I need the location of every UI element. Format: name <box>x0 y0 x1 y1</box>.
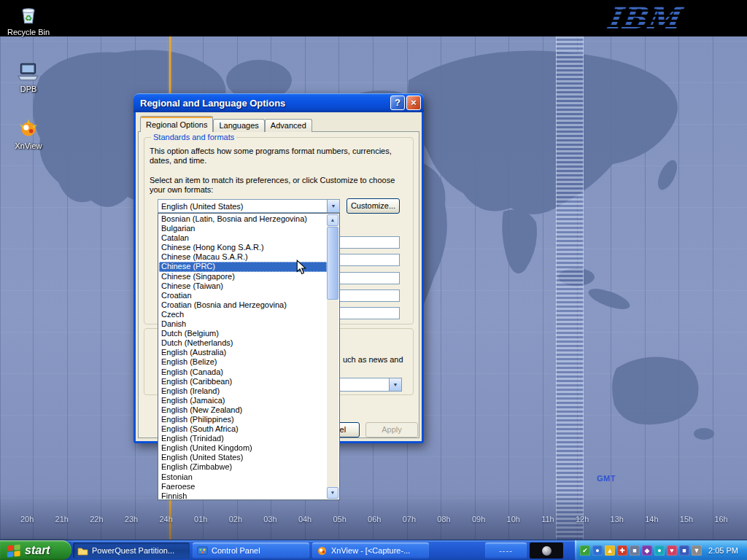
hour-label: 22h <box>90 515 103 524</box>
locale-list-item[interactable]: English (Ireland) <box>159 386 327 396</box>
task-label: XnView - [<Capture-... <box>331 546 410 555</box>
scroll-down-arrow-icon[interactable]: ▼ <box>327 487 338 499</box>
hour-label: 16h <box>714 515 727 524</box>
scrollbar-thumb[interactable] <box>327 227 338 300</box>
gmt-label: GMT <box>597 474 616 483</box>
desktop-icon-recycle-bin[interactable]: ♻ Recycle Bin <box>4 3 53 36</box>
tray-icon[interactable]: ✔ <box>580 545 590 556</box>
system-tray: ✔●▲✚■◆●♥■▼ 2:05 PM <box>575 540 747 560</box>
tray-icon[interactable]: ▲ <box>605 545 615 556</box>
list-scrollbar[interactable]: ▲ ▼ <box>327 214 338 499</box>
tab[interactable]: Regional Options <box>140 116 213 132</box>
locale-list-item[interactable]: Chinese (Taiwan) <box>159 281 327 291</box>
desktop-icon-xnview[interactable]: XnView <box>4 117 53 150</box>
svg-text:♻: ♻ <box>25 13 33 23</box>
locale-list-item[interactable]: English (South Africa) <box>159 424 327 434</box>
hour-label: 14h <box>645 515 658 524</box>
locale-list-item[interactable]: English (Caribbean) <box>159 377 327 386</box>
locale-list-item[interactable]: Dutch (Netherlands) <box>159 338 327 348</box>
xnview-icon <box>317 545 328 556</box>
scroll-up-arrow-icon[interactable]: ▲ <box>327 214 338 226</box>
apply-button[interactable]: Apply <box>365 422 418 438</box>
group-title: Standards and formats <box>151 133 236 141</box>
tray-icon[interactable]: ▼ <box>692 545 702 556</box>
locale-list-item[interactable]: Chinese (Hong Kong S.A.R.) <box>159 243 327 252</box>
locale-list-item[interactable]: English (Philippines) <box>159 415 327 424</box>
locale-list-item[interactable]: English (Canada) <box>159 368 327 377</box>
start-button[interactable]: start <box>0 540 71 560</box>
locale-list-item[interactable]: English (Trinidad) <box>159 434 327 443</box>
tray-icon[interactable]: ● <box>592 545 603 556</box>
titlebar-buttons: ? × <box>390 96 421 110</box>
top-strip: IBM <box>0 0 747 36</box>
desktop-icon-label: Recycle Bin <box>6 28 51 36</box>
taskbar-overflow-button[interactable]: ---- <box>485 542 527 559</box>
hour-label: 23h <box>125 515 138 524</box>
locale-list-item[interactable]: Bulgarian <box>159 224 327 233</box>
locale-list-item[interactable]: English (United States) <box>159 453 327 462</box>
locale-dropdown-list: Bosnian (Latin, Bosnia and Herzegovina)B… <box>158 213 340 500</box>
recycle-bin-icon: ♻ <box>17 3 40 26</box>
locale-list-item[interactable]: Finnish <box>159 491 327 499</box>
help-button[interactable]: ? <box>390 96 405 110</box>
ibm-logo: IBM <box>605 1 682 35</box>
locale-list-item[interactable]: English (United Kingdom) <box>159 443 327 453</box>
standards-instruction: Select an item to match its preferences,… <box>150 176 411 195</box>
hour-label: 04h <box>298 515 311 524</box>
mouse-cursor <box>296 260 306 276</box>
taskbar: start PowerQuest Partition... Control Pa… <box>0 540 747 560</box>
hour-label: 02h <box>229 515 242 524</box>
locale-combobox-value: English (United States) <box>158 202 327 211</box>
locale-list-item[interactable]: English (Australia) <box>159 348 327 357</box>
task-label: PowerQuest Partition... <box>92 546 174 555</box>
taskbar-dark-app-button[interactable] <box>530 542 563 559</box>
laptop-icon <box>17 60 40 83</box>
dialog-title: Regional and Language Options <box>133 98 285 109</box>
hour-label: 21h <box>55 515 69 524</box>
locale-list-item[interactable]: Croatian <box>159 291 327 300</box>
tray-icon[interactable]: ● <box>654 545 665 556</box>
windows-logo-icon <box>6 542 22 559</box>
tray-icon[interactable]: ■ <box>679 545 689 556</box>
locale-list-item[interactable]: English (Jamaica) <box>159 396 327 405</box>
tray-icon[interactable]: ◆ <box>642 545 652 556</box>
taskbar-task-powerquest[interactable]: PowerQuest Partition... <box>73 542 190 559</box>
taskbar-task-control-panel[interactable]: Control Panel <box>193 542 309 559</box>
locale-list-item[interactable]: Bosnian (Latin, Bosnia and Herzegovina) <box>159 214 327 224</box>
locale-list-item[interactable]: Danish <box>159 319 327 329</box>
start-label: start <box>25 544 56 557</box>
locale-list-item[interactable]: Estonian <box>159 472 327 482</box>
locale-list-item[interactable]: English (Zimbabwe) <box>159 462 327 472</box>
desktop-icon-label: DPB <box>19 85 39 93</box>
hour-label: 15h <box>680 515 693 524</box>
hour-label: 06h <box>368 515 381 524</box>
locale-list-item[interactable]: Croatian (Bosnia and Herzegovina) <box>159 300 327 310</box>
hour-label: 13h <box>611 515 624 524</box>
customize-button[interactable]: Customize... <box>347 198 400 214</box>
taskbar-clock[interactable]: 2:05 PM <box>708 546 738 555</box>
unknown-app-icon <box>542 546 551 556</box>
locale-list-item[interactable]: English (New Zealand) <box>159 405 327 415</box>
locale-list-item[interactable]: Faeroese <box>159 482 327 491</box>
locale-list-item[interactable]: Catalan <box>159 233 327 243</box>
locale-list-item[interactable]: Czech <box>159 310 327 319</box>
close-button[interactable]: × <box>406 96 421 110</box>
location-text-fragment: uch as news and <box>343 355 412 365</box>
locale-combobox[interactable]: English (United States) ▼ <box>158 199 340 213</box>
hour-labels: 20h21h22h23h24h01h02h03h04h05h06h07h08h0… <box>20 515 728 524</box>
date-line-band <box>556 36 584 540</box>
locale-list-item[interactable]: Dutch (Belgium) <box>159 329 327 338</box>
combobox-dropdown-arrow-icon[interactable]: ▼ <box>327 200 339 212</box>
taskbar-task-xnview[interactable]: XnView - [<Capture-... <box>312 542 429 559</box>
combobox-dropdown-arrow-icon[interactable]: ▼ <box>389 378 401 391</box>
locale-list-items: Bosnian (Latin, Bosnia and Herzegovina)B… <box>159 214 327 499</box>
tab[interactable]: Advanced <box>265 119 312 132</box>
control-panel-icon <box>197 545 208 556</box>
tray-icon[interactable]: ■ <box>630 545 640 556</box>
tab[interactable]: Languages <box>213 119 264 132</box>
locale-list-item[interactable]: English (Belize) <box>159 357 327 367</box>
tray-icon[interactable]: ♥ <box>667 545 677 556</box>
desktop-icon-dpb[interactable]: DPB <box>4 60 53 93</box>
tray-icon[interactable]: ✚ <box>617 545 627 556</box>
dialog-titlebar[interactable]: Regional and Language Options <box>133 93 424 112</box>
